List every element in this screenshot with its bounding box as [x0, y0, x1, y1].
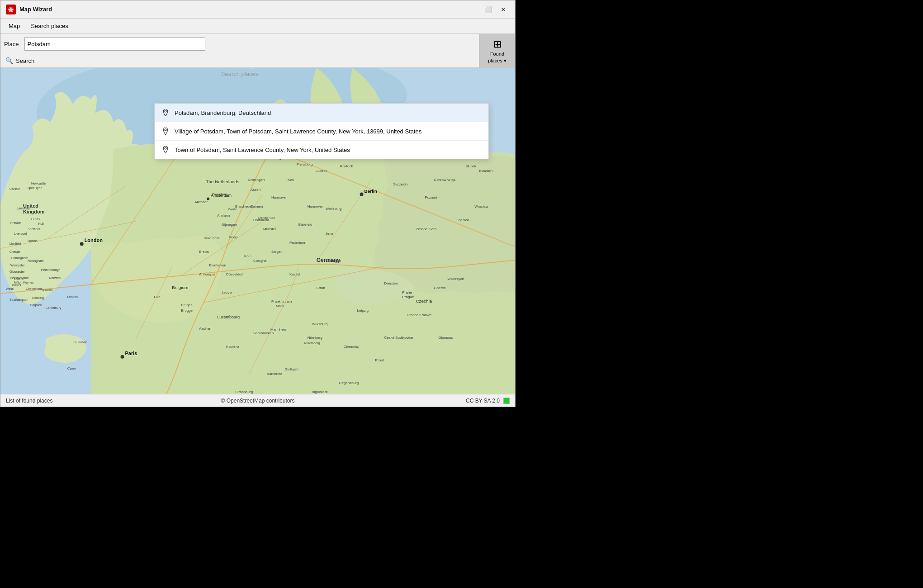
svg-text:Preston: Preston — [10, 221, 21, 224]
svg-text:Rostock: Rostock — [340, 164, 353, 168]
menu-item-map[interactable]: Map — [3, 21, 25, 31]
svg-text:Mannheim: Mannheim — [270, 327, 288, 332]
svg-text:Leipzig: Leipzig — [357, 308, 369, 313]
svg-text:Dordrecht: Dordrecht — [204, 236, 220, 240]
svg-text:Czechia: Czechia — [416, 299, 432, 303]
search-result-item-1[interactable]: Potsdam, Brandenburg, Deutschland — [155, 104, 488, 122]
svg-text:Legnica: Legnica — [456, 218, 469, 222]
search-label: Search — [16, 57, 34, 64]
svg-text:Leeds: Leeds — [31, 218, 40, 221]
svg-text:Hradec Králové: Hradec Králové — [407, 313, 431, 317]
svg-text:Münster: Münster — [263, 227, 276, 231]
search-result-item-2[interactable]: Village of Potsdam, Town of Potsdam, Sai… — [155, 122, 488, 141]
place-label: Place — [4, 41, 19, 47]
svg-text:Ipswich: Ipswich — [42, 288, 52, 292]
svg-text:Würzburg: Würzburg — [312, 322, 328, 326]
svg-text:Gorzów Wlkp.: Gorzów Wlkp. — [434, 178, 456, 182]
status-right-text: CC BY-SA 2.0 — [466, 398, 500, 404]
toolbar-row1: Place — [0, 34, 515, 54]
svg-text:Breda: Breda — [199, 250, 209, 254]
svg-text:Chester: Chester — [9, 250, 21, 253]
svg-text:Norwich: Norwich — [49, 276, 61, 280]
toolbar-row2: 🔍 Search — [0, 54, 515, 67]
svg-text:Berlin: Berlin — [364, 189, 377, 194]
svg-text:Main: Main — [276, 304, 284, 308]
svg-text:Worcester: Worcester — [10, 264, 25, 267]
svg-text:Canterbury: Canterbury — [46, 306, 62, 310]
svg-text:Jena: Jena — [326, 232, 334, 236]
svg-text:Bristol: Bristol — [12, 284, 21, 287]
close-button[interactable]: ✕ — [497, 5, 510, 14]
svg-text:Plzeň: Plzeň — [375, 358, 384, 362]
svg-text:Zaandam: Zaandam — [212, 192, 227, 196]
svg-text:Erfurt: Erfurt — [317, 286, 326, 290]
maximize-button[interactable]: ⬜ — [482, 5, 494, 14]
svg-text:Lübeck: Lübeck — [316, 169, 327, 173]
svg-text:Olomouc: Olomouc — [438, 336, 453, 340]
place-input[interactable] — [24, 37, 205, 51]
window-title: Map Wizard — [19, 6, 482, 13]
svg-text:Sheffield: Sheffield — [28, 228, 40, 231]
top-controls: Place 🔍 Search ⊞ Foundplaces ▾ — [0, 34, 515, 68]
svg-text:Saarbrücken: Saarbrücken — [253, 331, 274, 335]
svg-text:Kassel: Kassel — [289, 272, 300, 276]
location-pin-icon-1 — [161, 108, 170, 117]
svg-text:Paris: Paris — [125, 351, 137, 356]
svg-text:Lichfield: Lichfield — [9, 242, 21, 245]
svg-text:Enschede: Enschede — [235, 204, 251, 209]
svg-text:Emmen: Emmen — [251, 204, 263, 209]
svg-text:České Budějovice: České Budějovice — [384, 336, 413, 340]
search-result-text-1: Potsdam, Brandenburg, Deutschland — [175, 109, 271, 116]
svg-text:Southampton: Southampton — [9, 298, 28, 302]
svg-text:Zielona Góra: Zielona Góra — [416, 227, 437, 231]
svg-point-129 — [165, 110, 166, 112]
svg-text:London: London — [85, 237, 103, 243]
svg-text:Hannover: Hannover — [271, 195, 287, 199]
svg-text:London: London — [67, 295, 78, 299]
svg-text:Prague: Prague — [402, 295, 414, 299]
svg-text:Milton Keynes: Milton Keynes — [14, 281, 34, 285]
svg-text:Szczecin: Szczecin — [393, 182, 407, 186]
found-places-icon: ⊞ — [493, 39, 502, 49]
map-container[interactable]: London Paris Hamburg Berlin Amsterdam Be… — [0, 68, 515, 394]
svg-text:Düsseldorf: Düsseldorf — [226, 272, 244, 276]
svg-text:Gloucester: Gloucester — [9, 270, 25, 273]
svg-text:Bruges: Bruges — [181, 303, 192, 307]
svg-text:Carlisle: Carlisle — [9, 187, 20, 190]
status-center: © OpenStreetMap contributors — [174, 398, 341, 404]
svg-text:Nürnberg: Nürnberg — [308, 336, 322, 340]
svg-text:Reading: Reading — [32, 296, 44, 300]
svg-text:Kiel: Kiel — [288, 178, 294, 182]
status-right: CC BY-SA 2.0 — [342, 398, 510, 404]
found-places-button[interactable]: ⊞ Foundplaces ▾ — [479, 34, 515, 69]
svg-text:Siegen: Siegen — [271, 250, 283, 254]
svg-text:Nuremberg: Nuremberg — [304, 341, 320, 345]
location-pin-icon-2 — [161, 127, 170, 136]
svg-text:Newcastle: Newcastle — [31, 182, 46, 185]
svg-text:Lancaster: Lancaster — [17, 207, 31, 210]
svg-text:Antwerpen: Antwerpen — [199, 272, 216, 276]
svg-text:Bielefeld: Bielefeld — [298, 223, 312, 227]
svg-text:Liberec: Liberec — [434, 286, 445, 290]
svg-text:Aachen: Aachen — [199, 327, 211, 331]
search-result-item-3[interactable]: Town of Potsdam, Saint Lawrence County, … — [155, 141, 488, 159]
svg-text:Nijmegen: Nijmegen — [222, 223, 237, 227]
svg-text:Karlsruhe: Karlsruhe — [267, 372, 283, 376]
status-left: List of found places — [6, 398, 174, 404]
window-controls: ⬜ ✕ — [482, 5, 510, 14]
status-indicator-dot — [503, 398, 510, 404]
svg-text:Birmingham: Birmingham — [11, 256, 28, 260]
found-places-label: Foundplaces ▾ — [488, 51, 506, 64]
svg-text:Köln: Köln — [244, 254, 251, 258]
svg-point-131 — [165, 147, 166, 149]
menu-item-search-places[interactable]: Search places — [25, 21, 73, 31]
svg-text:Dresden: Dresden — [384, 281, 398, 285]
svg-text:Słupsk: Słupsk — [465, 164, 476, 168]
svg-text:Praha: Praha — [402, 290, 412, 294]
svg-text:Stuttgart: Stuttgart — [285, 367, 299, 371]
svg-text:Chemnitz: Chemnitz — [344, 345, 359, 349]
svg-text:Alkmaar: Alkmaar — [194, 200, 208, 204]
svg-text:Belgium: Belgium — [172, 285, 188, 290]
svg-text:Le Havre: Le Havre — [73, 340, 88, 344]
svg-text:Eindhoven: Eindhoven — [209, 263, 226, 267]
